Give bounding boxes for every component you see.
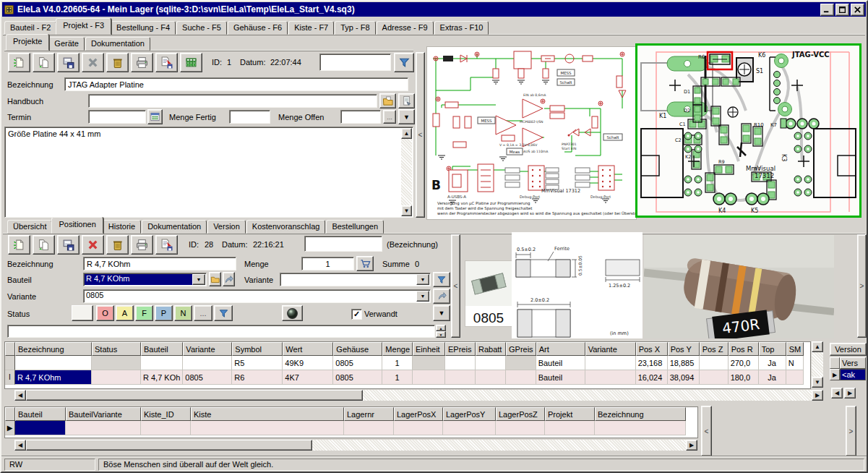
grid-cell[interactable]: 38,094 (668, 370, 700, 385)
menge-input[interactable] (301, 257, 354, 270)
termin-input[interactable] (88, 110, 146, 124)
storage-hscroll-track[interactable] (26, 440, 686, 451)
column-header[interactable]: Status (92, 342, 141, 356)
grid-cell[interactable]: 4K7 (283, 370, 333, 385)
grid-cell[interactable] (394, 421, 443, 435)
grid-scroll-left-button[interactable]: ◀ (14, 390, 26, 401)
handbuch-input[interactable] (88, 94, 377, 108)
column-header[interactable]: Pos Z (700, 342, 729, 356)
close-button[interactable] (851, 4, 864, 16)
grid-cell[interactable] (92, 370, 141, 385)
grid-cell[interactable] (15, 421, 66, 435)
grid-cell[interactable]: Ja (759, 356, 786, 370)
save-button[interactable] (57, 53, 80, 72)
tab-extras[interactable]: Extras - F10 (434, 21, 489, 35)
grid-cell[interactable] (585, 370, 636, 385)
spin-up-button[interactable]: ▲ (436, 325, 446, 331)
grid-cell[interactable]: R 4,7 KOh (141, 370, 183, 385)
grid-cell[interactable] (506, 356, 536, 370)
schematic-preview-image[interactable]: MESS Schalt MESS Meas Schalt MCP6002-I/S… (426, 46, 637, 220)
images-splitter-left-button[interactable]: < (451, 234, 460, 338)
storage-scroll-left-button[interactable]: ◀ (14, 440, 26, 451)
verwandt-checkbox[interactable]: ✓ (351, 309, 362, 320)
grid-cell[interactable]: R6 (232, 370, 283, 385)
grid-cell[interactable] (413, 370, 445, 385)
tab-kiste[interactable]: Kiste - F7 (288, 21, 334, 35)
column-header[interactable]: LagerPosX (394, 407, 443, 421)
storage-splitter-left-button[interactable]: < (701, 406, 712, 456)
grid-cell[interactable]: 0805 (183, 370, 232, 385)
grid-cell[interactable] (445, 370, 476, 385)
pos-export-button[interactable] (155, 235, 178, 255)
grid-scroll-down-button[interactable]: ▼ (812, 377, 823, 388)
resistor-photo[interactable]: 470R (644, 235, 834, 338)
handbuch-open-button[interactable] (379, 93, 396, 108)
chevron-down-icon[interactable]: ▼ (416, 291, 429, 302)
smd-photo[interactable]: 0805 (465, 260, 512, 327)
grid-hscroll-thumb[interactable] (26, 390, 363, 401)
grid-cell[interactable] (15, 356, 92, 370)
grid-cell[interactable] (595, 421, 686, 435)
column-header[interactable]: Gehäuse (333, 342, 382, 356)
version-column-header[interactable]: Vers (840, 357, 866, 369)
status-p-button[interactable]: P (155, 305, 173, 321)
grid-cell[interactable]: 18,885 (668, 356, 700, 370)
tab-geraete[interactable]: Geräte (48, 37, 85, 51)
grid-scroll-right-button[interactable]: ▶ (812, 390, 823, 401)
grid-cell[interactable]: Ja (759, 370, 786, 385)
pos-bezeichnung-input[interactable] (83, 257, 236, 270)
tab-dokumentation[interactable]: Dokumentation (85, 37, 150, 51)
grid-cell[interactable] (413, 356, 445, 370)
grid-cell[interactable]: 0805 (333, 356, 382, 370)
grid-cell[interactable]: I (5, 370, 15, 385)
variante-top-combo[interactable]: ▼ (280, 273, 431, 286)
grid-cell[interactable] (506, 370, 536, 385)
grid-cell[interactable]: ▶ (5, 421, 15, 435)
variante-filter-button[interactable] (433, 272, 450, 287)
status-o-button[interactable]: O (96, 305, 114, 321)
column-header[interactable]: Projekt (545, 407, 595, 421)
column-header[interactable]: Variante (585, 342, 636, 356)
status-more-button[interactable]: ... (194, 305, 212, 321)
copy-record-button[interactable] (33, 53, 55, 72)
column-header[interactable]: Einheit (413, 342, 445, 356)
trash-button[interactable] (106, 53, 129, 72)
variante-goto-button[interactable] (433, 289, 450, 304)
grid-cell[interactable] (5, 356, 15, 370)
export-button[interactable] (155, 53, 178, 72)
grid-cell[interactable] (445, 356, 476, 370)
tab-positionen[interactable]: Positionen (51, 217, 103, 234)
grid-cell[interactable]: 1 (382, 370, 413, 385)
column-header[interactable]: Wert (283, 342, 333, 356)
scrollbar-track[interactable] (401, 139, 412, 205)
pos-delete-button[interactable] (82, 235, 104, 255)
grid-cell[interactable] (585, 356, 636, 370)
column-header[interactable]: Pos Y (668, 342, 700, 356)
status-f-button[interactable]: F (135, 305, 153, 321)
status-blank-button[interactable] (72, 305, 93, 321)
column-header[interactable]: LagerPosY (443, 407, 496, 421)
handbuch-edit-button[interactable] (398, 93, 415, 108)
tab-typ[interactable]: Typ - F8 (335, 21, 375, 35)
status-a-button[interactable]: A (116, 305, 134, 321)
column-header[interactable]: Kiste_ID (141, 407, 191, 421)
pos-save-button[interactable] (57, 235, 80, 255)
more-options-button[interactable]: ... (383, 110, 396, 124)
menge-offen-input[interactable] (340, 110, 381, 124)
grid-cell[interactable] (443, 421, 496, 435)
storage-scroll-right-button[interactable]: ▶ (686, 440, 697, 451)
delete-button[interactable] (82, 53, 104, 72)
images-splitter-right-button[interactable]: > (857, 234, 867, 338)
tab-bestellungen[interactable]: Bestellungen (326, 220, 384, 234)
version-grid-header[interactable]: Vers (830, 357, 866, 369)
print-button[interactable] (131, 53, 153, 72)
column-header[interactable]: Variante (183, 342, 232, 356)
tab-kostenvoranschlag[interactable]: Kostenvoranschlag (246, 220, 326, 234)
status-n-button[interactable]: N (174, 305, 192, 321)
tab-suche[interactable]: Suche - F5 (176, 21, 227, 35)
bauteil-goto-button[interactable] (223, 272, 235, 286)
pos-dropdown-button[interactable]: ▼ (433, 305, 450, 321)
minimize-button[interactable] (820, 4, 834, 16)
grid-cell[interactable]: R5 (232, 356, 283, 370)
grid-cell[interactable] (496, 421, 545, 435)
